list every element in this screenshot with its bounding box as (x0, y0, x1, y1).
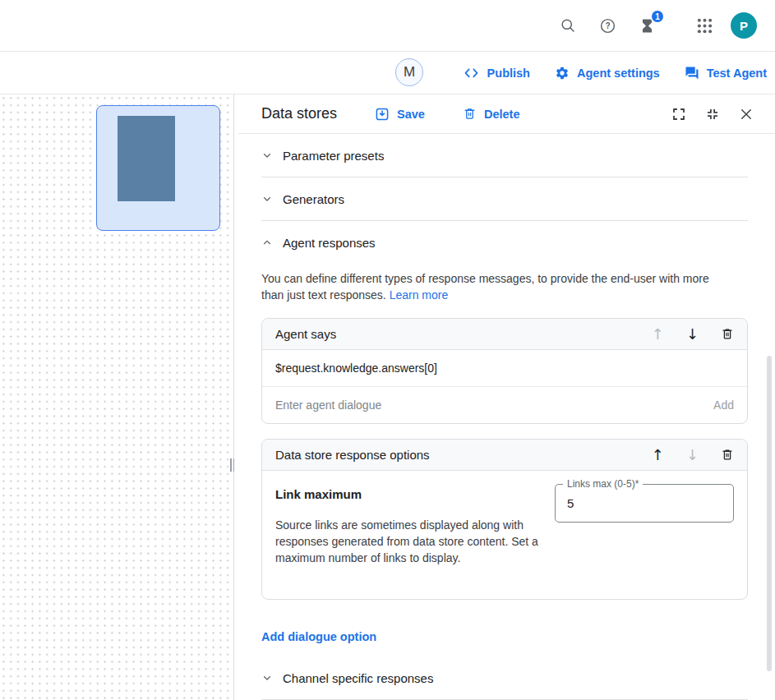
section-channel-specific-responses[interactable]: Channel specific responses (261, 656, 748, 699)
move-down-button[interactable]: ↓ (686, 327, 699, 342)
card-tools: ↑ ↓ (652, 448, 734, 463)
add-dialogue-option-link[interactable]: Add dialogue option (261, 630, 748, 643)
publish-button[interactable]: Publish (463, 66, 530, 81)
pending-changes-button[interactable]: 1 (627, 6, 667, 45)
expand-panel-button[interactable] (671, 107, 686, 122)
apps-grid-button[interactable] (685, 6, 724, 45)
card-title: Agent says (275, 327, 336, 341)
section-label: Parameter presets (283, 149, 384, 163)
agent-responses-description: You can define different types of respon… (261, 270, 734, 303)
collapse-panel-button[interactable] (705, 107, 720, 122)
delete-button[interactable]: Delete (463, 107, 520, 121)
agent-dialogue-value[interactable]: $request.knowledge.answers[0] (262, 350, 747, 387)
svg-text:?: ? (605, 21, 610, 30)
delete-icon (463, 107, 477, 121)
avatar-initial: P (731, 12, 757, 39)
add-button[interactable]: Add (713, 398, 734, 412)
card-title: Data store response options (275, 448, 430, 462)
links-max-label: Links max (0-5)* (563, 478, 643, 490)
chevron-down-icon (261, 672, 273, 684)
trash-icon (721, 327, 734, 341)
save-button[interactable]: Save (375, 107, 425, 122)
flow-node-preview (118, 116, 175, 201)
links-max-input[interactable] (556, 485, 733, 522)
section-agent-responses[interactable]: Agent responses (261, 221, 748, 264)
help-button[interactable]: ? (588, 6, 627, 45)
flow-node[interactable] (96, 105, 220, 231)
data-store-options-card: Data store response options ↑ ↓ (261, 439, 748, 600)
apps-grid-icon (697, 18, 713, 34)
code-icon (463, 66, 480, 81)
account-avatar[interactable]: P (724, 6, 763, 45)
search-icon (560, 17, 576, 34)
agent-toolbar: M Publish Agent settings Test Agent (0, 52, 775, 94)
test-agent-button[interactable]: Test Agent (685, 66, 767, 81)
move-down-button: ↓ (686, 448, 699, 463)
data-stores-panel: Data stores Save Delete (238, 94, 775, 700)
delete-label: Delete (484, 108, 520, 121)
test-agent-label: Test Agent (707, 67, 767, 80)
agent-dialogue-input[interactable] (275, 398, 703, 412)
move-up-button[interactable]: ↑ (652, 448, 664, 463)
fullscreen-exit-icon (705, 107, 720, 122)
panel-body: Parameter presets Generators Agent respo… (238, 134, 775, 700)
data-store-options-card-header: Data store response options ↑ ↓ (262, 440, 747, 471)
publish-label: Publish (487, 67, 530, 80)
notification-badge: 1 (650, 9, 665, 24)
chevron-down-icon (261, 150, 273, 161)
delete-card-button[interactable] (721, 327, 734, 341)
panel-resize-handle[interactable] (230, 458, 234, 472)
data-store-options-body: Link maximum Source links are sometimes … (262, 471, 747, 599)
flow-canvas[interactable] (0, 94, 234, 700)
app-bar: ? 1 P (0, 0, 775, 52)
help-icon: ? (599, 17, 616, 35)
agent-dialogue-input-row: Add (262, 387, 747, 423)
chevron-down-icon (261, 193, 273, 205)
close-panel-button[interactable] (739, 107, 754, 122)
move-up-button: ↑ (652, 327, 664, 342)
search-button[interactable] (548, 6, 588, 45)
save-icon (375, 107, 390, 122)
panel-header: Data stores Save Delete (238, 94, 775, 134)
agent-settings-label: Agent settings (577, 67, 660, 80)
fullscreen-icon (671, 107, 686, 122)
section-generators[interactable]: Generators (261, 177, 748, 220)
section-label: Generators (283, 192, 344, 206)
section-label: Channel specific responses (283, 671, 433, 685)
link-maximum-description: Source links are sometimes displayed alo… (275, 517, 555, 566)
panel-header-icons (671, 107, 754, 122)
description-text: You can define different types of respon… (261, 272, 709, 302)
links-max-field: Links max (0-5)* (555, 484, 734, 523)
panel-scrollbar[interactable] (767, 356, 772, 671)
panel-title: Data stores (261, 105, 337, 122)
agent-says-card: Agent says ↑ ↓ $request.knowledge.answer… (261, 318, 748, 424)
card-tools: ↑ ↓ (652, 327, 734, 342)
save-label: Save (397, 108, 425, 121)
gear-icon (555, 66, 570, 81)
chat-icon (685, 66, 699, 81)
agent-avatar[interactable]: M (395, 58, 423, 86)
trash-icon (721, 448, 734, 462)
close-icon (739, 107, 754, 122)
chevron-up-icon (261, 237, 273, 248)
section-label: Agent responses (283, 236, 376, 250)
toolbar-actions: Publish Agent settings Test Agent (463, 52, 767, 94)
agent-settings-button[interactable]: Agent settings (555, 66, 660, 81)
delete-card-button[interactable] (721, 448, 734, 462)
agent-says-card-header: Agent says ↑ ↓ (262, 319, 747, 350)
section-parameter-presets[interactable]: Parameter presets (261, 134, 748, 177)
learn-more-link[interactable]: Learn more (390, 288, 449, 302)
